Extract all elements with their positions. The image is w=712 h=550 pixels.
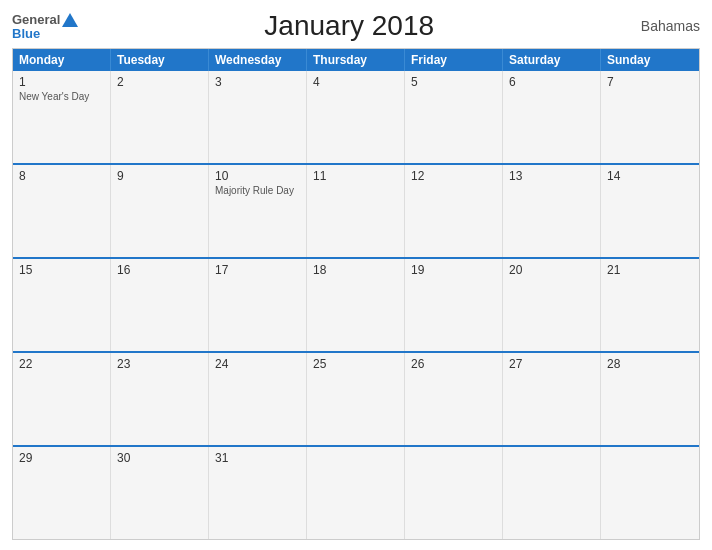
day-number: 7: [607, 75, 693, 89]
day-number: 5: [411, 75, 496, 89]
day-cell: [307, 447, 405, 539]
day-cell: 13: [503, 165, 601, 257]
day-headers-row: MondayTuesdayWednesdayThursdayFridaySatu…: [13, 49, 699, 71]
day-cell: 11: [307, 165, 405, 257]
day-cell: 14: [601, 165, 699, 257]
day-cell: 23: [111, 353, 209, 445]
day-cell: 12: [405, 165, 503, 257]
day-number: 4: [313, 75, 398, 89]
day-number: 12: [411, 169, 496, 183]
week-row-4: 22232425262728: [13, 351, 699, 445]
weeks-container: 1New Year's Day2345678910Majority Rule D…: [13, 71, 699, 539]
day-number: 17: [215, 263, 300, 277]
day-cell: 31: [209, 447, 307, 539]
day-cell: 1New Year's Day: [13, 71, 111, 163]
holiday-label: Majority Rule Day: [215, 185, 300, 196]
day-cell: 3: [209, 71, 307, 163]
logo: General Blue: [12, 13, 78, 40]
day-header-thursday: Thursday: [307, 49, 405, 71]
day-cell: 9: [111, 165, 209, 257]
day-cell: 29: [13, 447, 111, 539]
day-cell: 5: [405, 71, 503, 163]
day-cell: 27: [503, 353, 601, 445]
day-cell: 17: [209, 259, 307, 351]
calendar-title: January 2018: [78, 10, 620, 42]
day-number: 22: [19, 357, 104, 371]
day-cell: 2: [111, 71, 209, 163]
day-number: 30: [117, 451, 202, 465]
day-header-tuesday: Tuesday: [111, 49, 209, 71]
day-number: 15: [19, 263, 104, 277]
day-number: 19: [411, 263, 496, 277]
week-row-5: 293031: [13, 445, 699, 539]
day-number: 25: [313, 357, 398, 371]
day-number: 6: [509, 75, 594, 89]
calendar-grid: MondayTuesdayWednesdayThursdayFridaySatu…: [12, 48, 700, 540]
day-cell: 4: [307, 71, 405, 163]
day-number: 16: [117, 263, 202, 277]
day-number: 21: [607, 263, 693, 277]
day-cell: [503, 447, 601, 539]
day-cell: 21: [601, 259, 699, 351]
week-row-2: 8910Majority Rule Day11121314: [13, 163, 699, 257]
day-header-monday: Monday: [13, 49, 111, 71]
holiday-label: New Year's Day: [19, 91, 104, 102]
day-number: 9: [117, 169, 202, 183]
day-cell: 16: [111, 259, 209, 351]
day-number: 18: [313, 263, 398, 277]
day-number: 1: [19, 75, 104, 89]
day-cell: 20: [503, 259, 601, 351]
day-number: 28: [607, 357, 693, 371]
week-row-1: 1New Year's Day234567: [13, 71, 699, 163]
calendar-header: General Blue January 2018 Bahamas: [12, 10, 700, 42]
day-number: 3: [215, 75, 300, 89]
day-number: 23: [117, 357, 202, 371]
day-number: 11: [313, 169, 398, 183]
day-cell: 15: [13, 259, 111, 351]
day-number: 24: [215, 357, 300, 371]
day-number: 10: [215, 169, 300, 183]
day-cell: 19: [405, 259, 503, 351]
day-number: 8: [19, 169, 104, 183]
day-cell: 28: [601, 353, 699, 445]
day-header-saturday: Saturday: [503, 49, 601, 71]
logo-triangle-icon: [62, 13, 78, 27]
day-cell: 18: [307, 259, 405, 351]
day-number: 14: [607, 169, 693, 183]
day-cell: [405, 447, 503, 539]
logo-general-text: General: [12, 13, 60, 26]
day-cell: 10Majority Rule Day: [209, 165, 307, 257]
day-number: 13: [509, 169, 594, 183]
calendar-page: General Blue January 2018 Bahamas Monday…: [0, 0, 712, 550]
day-number: 31: [215, 451, 300, 465]
day-number: 27: [509, 357, 594, 371]
logo-blue-text: Blue: [12, 27, 78, 40]
day-cell: 24: [209, 353, 307, 445]
day-cell: 25: [307, 353, 405, 445]
day-header-sunday: Sunday: [601, 49, 699, 71]
country-label: Bahamas: [620, 18, 700, 34]
day-header-friday: Friday: [405, 49, 503, 71]
day-number: 20: [509, 263, 594, 277]
week-row-3: 15161718192021: [13, 257, 699, 351]
day-header-wednesday: Wednesday: [209, 49, 307, 71]
day-number: 29: [19, 451, 104, 465]
day-number: 26: [411, 357, 496, 371]
day-cell: 7: [601, 71, 699, 163]
day-number: 2: [117, 75, 202, 89]
day-cell: 8: [13, 165, 111, 257]
day-cell: 22: [13, 353, 111, 445]
day-cell: 26: [405, 353, 503, 445]
day-cell: 30: [111, 447, 209, 539]
day-cell: [601, 447, 699, 539]
day-cell: 6: [503, 71, 601, 163]
